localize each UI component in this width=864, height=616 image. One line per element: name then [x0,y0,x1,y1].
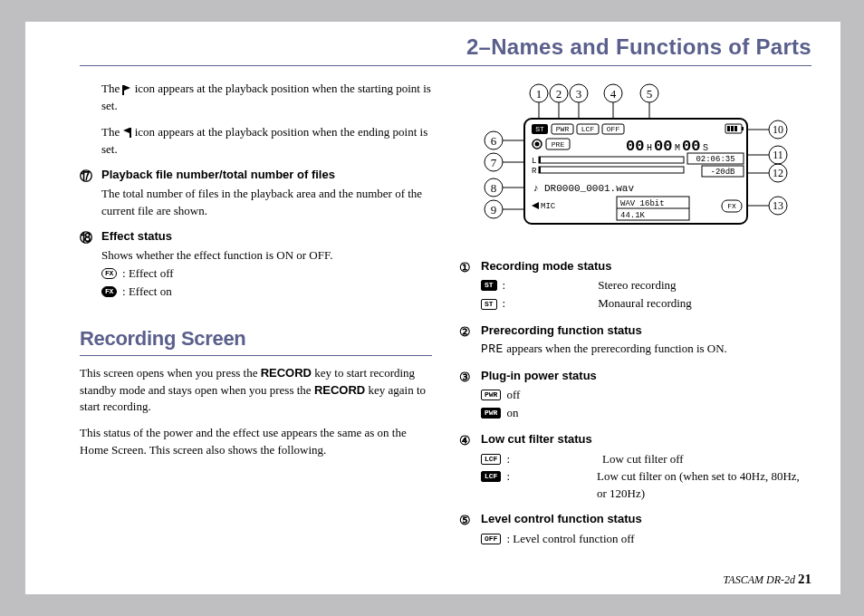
fx-off-line: FX : Effect off [101,265,432,283]
lcd-time: 00 [626,138,644,155]
callout-12: 12 [773,167,783,179]
callout-9: 9 [490,203,496,217]
svg-text:S: S [703,143,708,153]
callout-8: 8 [490,181,496,195]
item-2: ② Prerecording function status PRE appea… [459,322,811,359]
record-key-2: RECORD [314,383,365,397]
callout-6: 6 [490,134,496,148]
num-17: ⑰ [80,167,96,185]
lcd-rate: 44.1K [620,211,646,220]
fx-on-line: FX : Effect on [101,283,432,301]
svg-text:ST: ST [535,125,544,133]
callout-7: 7 [490,156,496,169]
record-key-1: RECORD [261,366,312,380]
svg-rect-53 [539,157,684,163]
svg-rect-54 [539,157,541,163]
svg-rect-2 [130,128,131,138]
callout-2: 2 [555,87,562,101]
svg-text:♪: ♪ [533,182,539,193]
svg-text:00: 00 [682,138,700,155]
callout-4: 4 [610,87,616,101]
pwr-on-icon: PWR [481,408,501,419]
svg-text:H: H [647,143,652,153]
para-record-1: This screen opens when you press the REC… [80,365,432,417]
svg-text:R: R [532,167,537,176]
svg-text:M: M [675,143,680,153]
off-icon: OFF [481,534,501,544]
lcd-diagram: 1 2 3 4 5 [468,81,803,245]
fx-on-icon: FX [101,286,117,297]
lcd-fmt: WAV 16bit [620,199,665,208]
lcd-mic: MIC [541,202,556,211]
svg-rect-41 [727,126,730,131]
lcd-clock: 02:06:35 [696,155,734,164]
svg-rect-43 [734,126,737,131]
svg-rect-57 [539,167,541,173]
fx-off-icon: FX [101,268,117,279]
svg-rect-40 [742,127,744,130]
item-1: ① Recording mode status ST : Stereo reco… [459,258,811,313]
svg-text:PWR: PWR [555,125,569,133]
para-start-flag: The icon appears at the playback positio… [101,81,432,115]
callout-1: 1 [535,87,542,101]
item-17: ⑰ Playback file number/total number of f… [80,167,432,219]
title-18: Effect status [101,228,172,245]
callout-13: 13 [773,199,783,212]
lcf-off-icon: LCF [481,454,501,465]
item-5: ⑤ Level control function status OFF : Le… [459,511,811,547]
item-4: ④ Low cut filter status LCF : Low cut fi… [459,431,811,502]
start-flag-icon [122,85,131,95]
pwr-off-icon: PWR [481,390,501,400]
svg-point-45 [534,142,539,147]
page-footer: TASCAM DR-2d 21 [724,572,811,587]
manual-page: 2–Names and Functions of Parts The icon … [25,22,840,594]
svg-marker-1 [124,85,130,91]
right-column: 1 2 3 4 5 [459,81,811,557]
svg-rect-56 [539,167,684,173]
svg-marker-3 [123,128,130,133]
num-18: ⑱ [80,228,96,246]
callout-10: 10 [773,123,783,136]
callout-11: 11 [773,149,783,161]
svg-text:L: L [532,157,536,166]
st-light-icon: ST [481,299,497,310]
page-header: 2–Names and Functions of Parts [80,34,811,66]
svg-text:OFF: OFF [606,125,619,133]
para-record-2: This status of the power and the effect … [80,425,432,459]
para-end-flag: The icon appears at the playback positio… [101,124,432,159]
lcf-on-icon: LCF [481,471,501,482]
callout-3: 3 [575,87,581,101]
svg-rect-0 [122,85,124,95]
svg-rect-42 [731,126,734,131]
lcd-pre: PRE [551,140,564,149]
svg-text:00: 00 [654,138,672,155]
callout-5: 5 [646,87,652,101]
svg-text:LCF: LCF [581,125,594,133]
body-18: Shows whether the effect function is ON … [101,247,432,265]
st-dark-icon: ST [481,280,497,291]
content-columns: The icon appears at the playback positio… [80,81,811,557]
lcd-file: DR0000_0001.wav [544,183,634,194]
item-3: ③ Plug-in power status PWR off PWR on [459,368,811,423]
left-column: The icon appears at the playback positio… [80,81,432,557]
section-recording-screen: Recording Screen [80,324,432,356]
body-17: The total number of files in the playbac… [101,186,432,220]
lcd-fx: FX [727,202,736,210]
lcd-db: -20dB [710,168,735,177]
title-17: Playback file number/total number of fil… [101,167,335,184]
end-flag-icon [122,128,131,138]
item-18: ⑱ Effect status Shows whether the effect… [80,228,432,300]
